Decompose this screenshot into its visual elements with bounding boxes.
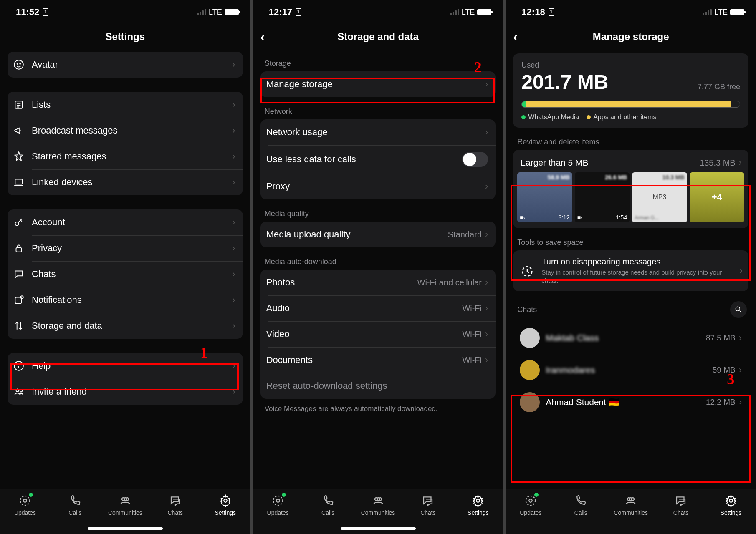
lock-icon — [13, 242, 28, 254]
row-manage-storage[interactable]: Manage storage › — [260, 71, 496, 97]
tab-calls[interactable]: Calls — [556, 494, 606, 516]
chat-icon — [13, 268, 28, 280]
tab-calls[interactable]: Calls — [303, 494, 353, 516]
row-chats[interactable]: Chats › — [8, 261, 243, 287]
row-broadcast[interactable]: Broadcast messages › — [8, 118, 243, 144]
larger-title: Larger than 5 MB — [521, 158, 700, 168]
megaphone-icon — [13, 125, 28, 136]
tab-communities[interactable]: Communities — [100, 494, 150, 516]
row-upload-quality[interactable]: Media upload quality Standard › — [260, 222, 496, 247]
row-lists[interactable]: Lists › — [8, 92, 243, 118]
tab-chats[interactable]: Chats — [656, 494, 706, 516]
info-icon — [13, 360, 28, 372]
chevron-right-icon: › — [739, 365, 742, 375]
svg-point-31 — [729, 499, 733, 502]
tab-settings[interactable]: Settings — [453, 494, 503, 516]
tab-settings[interactable]: Settings — [200, 494, 250, 516]
row-proxy[interactable]: Proxy › — [260, 174, 496, 199]
sim-icon — [296, 8, 301, 16]
row-value: Wi-Fi — [462, 330, 482, 339]
svg-point-19 — [276, 499, 280, 502]
header: Settings — [0, 24, 250, 49]
media-thumb[interactable]: 26.6 MB ■‹ 1:54 — [575, 172, 630, 222]
used-label: Used — [521, 61, 740, 70]
row-label: Reset auto-download settings — [266, 380, 488, 391]
svg-point-30 — [630, 498, 632, 500]
media-thumb[interactable]: MP3 10.3 MB Arman G... — [632, 172, 687, 222]
row-invite[interactable]: Invite a friend › — [8, 379, 243, 405]
people-icon — [13, 386, 28, 398]
row-label: Network usage — [266, 127, 485, 138]
tab-updates[interactable]: Updates — [506, 494, 556, 516]
chevron-right-icon: › — [739, 332, 742, 343]
tab-bar: Updates Calls Communities Chats Settings — [506, 489, 756, 534]
row-notifications[interactable]: Notifications › — [8, 287, 243, 313]
timer-icon — [519, 262, 536, 279]
search-button[interactable] — [730, 301, 747, 318]
usage-bar — [521, 101, 740, 108]
chevron-right-icon: › — [232, 320, 235, 331]
tab-chats[interactable]: Chats — [403, 494, 453, 516]
tab-communities[interactable]: Communities — [606, 494, 656, 516]
svg-point-1 — [17, 63, 18, 64]
chat-row[interactable]: Iranmodares 59 MB › — [513, 354, 748, 386]
row-photos[interactable]: Photos Wi-Fi and cellular › — [260, 270, 496, 295]
media-thumb-more[interactable]: +4 — [690, 172, 744, 222]
row-reset-autodownload[interactable]: Reset auto-download settings — [260, 373, 496, 399]
laptop-icon — [13, 176, 28, 188]
tab-updates[interactable]: Updates — [253, 494, 303, 516]
row-avatar[interactable]: Avatar › — [8, 52, 243, 78]
row-value: Wi-Fi — [462, 304, 482, 313]
chat-name: Maktab Class — [546, 333, 706, 343]
network-label: LTE — [462, 8, 475, 17]
svg-point-22 — [377, 498, 379, 500]
svg-point-18 — [273, 496, 283, 506]
row-label: Avatar — [32, 59, 232, 70]
row-label: Media upload quality — [266, 229, 448, 240]
chevron-right-icon: › — [485, 127, 488, 138]
back-button[interactable]: ‹ — [260, 29, 265, 45]
row-account[interactable]: Account › — [8, 209, 243, 235]
status-bar: 12:17 LTE — [253, 0, 503, 24]
larger-than-card[interactable]: Larger than 5 MB 135.3 MB › 58.9 MB ■‹ 3… — [513, 150, 748, 228]
video-icon: ■‹ — [520, 214, 525, 221]
row-video[interactable]: Video Wi-Fi › — [260, 321, 496, 347]
tab-chats[interactable]: Chats — [150, 494, 200, 516]
row-storage-and-data[interactable]: Storage and data › — [8, 313, 243, 339]
tab-updates[interactable]: Updates — [0, 494, 50, 516]
row-documents[interactable]: Documents Wi-Fi › — [260, 347, 496, 373]
chevron-right-icon: › — [232, 295, 235, 305]
chat-row[interactable]: Maktab Class 87.5 MB › — [513, 322, 748, 354]
row-audio[interactable]: Audio Wi-Fi › — [260, 295, 496, 321]
back-button[interactable]: ‹ — [513, 29, 518, 45]
tab-calls[interactable]: Calls — [50, 494, 100, 516]
page-title: Settings — [105, 31, 145, 43]
chevron-right-icon: › — [485, 277, 488, 288]
screen-storage-and-data: 12:17 LTE ‹ Storage and data Storage Man… — [253, 0, 503, 534]
chat-row[interactable]: Ahmad Student 🇩🇪 12.2 MB › — [513, 386, 748, 418]
media-thumb[interactable]: 58.9 MB ■‹ 3:12 — [517, 172, 572, 222]
svg-point-26 — [526, 496, 536, 506]
chevron-right-icon: › — [485, 229, 488, 240]
svg-point-17 — [224, 499, 227, 502]
row-value: Wi-Fi and cellular — [417, 278, 482, 287]
row-use-less-data[interactable]: Use less data for calls — [260, 145, 496, 174]
updates-icon — [272, 494, 284, 508]
toggle-use-less-data[interactable] — [462, 152, 488, 167]
row-starred[interactable]: Starred messages › — [8, 144, 243, 169]
svg-rect-4 — [15, 179, 22, 184]
disappearing-messages-card[interactable]: Turn on disappearing messages Stay in co… — [513, 250, 748, 291]
row-network-usage[interactable]: Network usage › — [260, 119, 496, 145]
section-tools: Tools to save space — [513, 228, 748, 250]
tab-settings[interactable]: Settings — [706, 494, 756, 516]
chevron-right-icon: › — [485, 181, 488, 192]
row-privacy[interactable]: Privacy › — [8, 235, 243, 261]
tool-title: Turn on disappearing messages — [541, 257, 733, 267]
section-network: Network — [260, 97, 496, 119]
screen-settings: 11:52 LTE Settings Avatar › — [0, 0, 250, 534]
row-linked-devices[interactable]: Linked devices › — [8, 169, 243, 195]
row-label: Broadcast messages — [32, 125, 232, 136]
row-label: Photos — [266, 277, 417, 288]
tab-communities[interactable]: Communities — [353, 494, 403, 516]
chevron-right-icon: › — [485, 79, 488, 90]
